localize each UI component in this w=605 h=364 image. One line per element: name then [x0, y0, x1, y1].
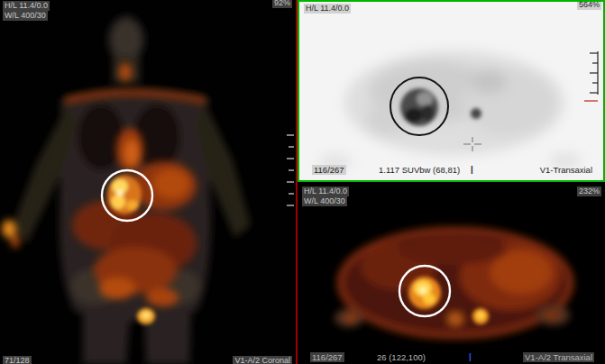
- fused-transaxial-image: [298, 182, 605, 364]
- pet-hl-readout: H/L 11.4/0.0: [304, 4, 351, 14]
- fused-status-bar: 116/267 26 (122,100) | V1-A/2 Transaxial: [298, 351, 605, 364]
- fused-body-section: [335, 228, 573, 338]
- pet-ct-viewer-window: H/L 11.4/0.0 W/L 400/30 92% 71/128 V1-A/…: [0, 0, 605, 364]
- pet-view-label: V1-Transaxial: [540, 165, 592, 175]
- coronal-fused-viewport[interactable]: H/L 11.4/0.0 W/L 400/30 92% 71/128 V1-A/…: [0, 0, 296, 364]
- pet-cursor-divider: |: [471, 164, 473, 174]
- pet-status-bar: 116/267 1.117 SUVbw (68,81) | V1-Transax…: [299, 164, 603, 178]
- pet-transaxial-viewport[interactable]: H/L 11.4/0.0 564% 116/267 1.117 SUVbw (6…: [298, 0, 605, 182]
- pet-cursor-value: 1.117 SUVbw (68,81): [379, 165, 460, 175]
- fused-view-label: V1-A/2 Transaxial: [523, 352, 594, 362]
- pet-transaxial-image: [299, 2, 603, 180]
- right-column: H/L 11.4/0.0 564% 116/267 1.117 SUVbw (6…: [298, 0, 605, 364]
- fused-zoom-level: 232%: [577, 187, 601, 196]
- coronal-hl-readout: H/L 11.4/0.0: [3, 1, 50, 11]
- fused-hl-readout: H/L 11.4/0.0: [302, 187, 349, 196]
- fused-wl-readout: W/L 400/30: [302, 196, 347, 206]
- fused-slice-counter: 116/267: [310, 352, 344, 362]
- fused-cursor-value: 26 (122,100): [377, 352, 426, 362]
- fused-cursor-divider: |: [469, 351, 472, 361]
- coronal-wl-readout: W/L 400/30: [3, 11, 48, 21]
- coronal-slice-counter: 71/128: [3, 356, 32, 364]
- pet-zoom-level: 564%: [577, 0, 601, 10]
- pet-slice-counter: 116/267: [312, 165, 346, 175]
- fused-transaxial-viewport[interactable]: H/L 11.4/0.0 W/L 400/30 232% 116/267 26 …: [298, 182, 605, 364]
- coronal-fused-image: [0, 0, 296, 364]
- coronal-zoom-level: 92%: [272, 0, 292, 8]
- coronal-view-label: V1-A/2 Coronal: [233, 356, 292, 364]
